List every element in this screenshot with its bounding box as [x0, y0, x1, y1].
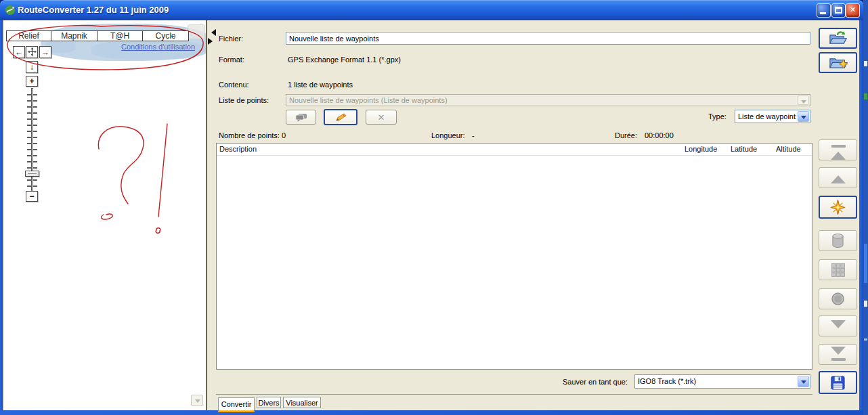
move-up-button[interactable] — [819, 167, 857, 188]
zoom-slider-handle[interactable] — [25, 171, 39, 177]
format-label: Format: — [219, 56, 244, 64]
length-label: Longueur: — [431, 131, 465, 139]
column-header-longitude[interactable]: Longitude — [685, 145, 717, 153]
sliver-fragment — [864, 244, 867, 283]
map-ghost-control — [188, 24, 205, 39]
length-value: - — [472, 131, 475, 139]
pan-compass-icon — [28, 47, 37, 56]
floppy-disk-icon — [831, 376, 845, 390]
table-header-divider — [217, 155, 812, 156]
open-file-button[interactable] — [819, 28, 857, 49]
point-count-value: 0 — [282, 131, 286, 139]
new-file-button[interactable] — [819, 52, 857, 73]
file-name-input[interactable] — [286, 32, 810, 45]
format-value: GPS Exchange Format 1.1 (*.gpx) — [288, 56, 401, 64]
pan-center-button[interactable] — [26, 46, 38, 58]
chevron-down-icon — [798, 376, 809, 387]
split-list-button[interactable] — [819, 259, 857, 280]
tabbar-separator — [216, 394, 812, 395]
map-layer-tab-mapnik[interactable]: Mapnik — [51, 30, 97, 41]
tab-visualiser[interactable]: Visualiser — [283, 397, 321, 408]
waypoint-table[interactable]: Description Longitude Latitude Altitude — [216, 143, 812, 370]
map-layer-tab-relief[interactable]: Relief — [6, 30, 51, 41]
duration-value: 00:00:00 — [645, 131, 674, 139]
zoom-slider-rail[interactable] — [31, 88, 33, 200]
pencil-icon — [335, 113, 347, 122]
move-to-top-button[interactable] — [819, 139, 857, 160]
type-combobox[interactable]: Liste de waypoints — [735, 110, 810, 123]
minimize-icon — [820, 12, 826, 14]
column-header-latitude[interactable]: Latitude — [731, 145, 757, 153]
delete-x-icon: ✕ — [366, 112, 396, 123]
maximize-icon — [835, 7, 842, 14]
sliver-fragment — [864, 93, 867, 100]
minimize-button[interactable] — [817, 3, 831, 18]
map-layer-tab-tah[interactable]: T@H — [97, 30, 143, 41]
file-label: Fichier: — [219, 35, 243, 43]
point-count-label: Nombre de points: — [219, 131, 280, 139]
save-as-label: Sauver en tant que: — [563, 378, 628, 386]
sliver-fragment — [864, 338, 867, 341]
expand-right-icon[interactable] — [208, 38, 216, 45]
sliver-fragment — [864, 61, 867, 66]
add-position-button[interactable] — [819, 196, 857, 219]
type-label: Type: — [708, 112, 726, 121]
open-folder-icon — [829, 31, 848, 45]
map-scrollbar-down-button[interactable] — [191, 395, 203, 406]
zoom-out-button[interactable]: − — [26, 191, 38, 202]
position-list-value: Nouvelle liste de waypoints (Liste de wa… — [289, 96, 796, 104]
triangle-up-icon — [831, 168, 846, 183]
column-header-description[interactable]: Description — [219, 145, 257, 153]
zoom-in-button[interactable]: + — [26, 76, 38, 87]
window-border-bottom — [0, 410, 863, 415]
content-value: 1 liste de waypoints — [288, 81, 353, 89]
close-icon: ✕ — [846, 5, 859, 14]
maximize-button[interactable] — [831, 3, 846, 18]
pan-right-button[interactable]: → — [39, 46, 51, 58]
position-list-label: Liste de points: — [219, 96, 269, 104]
grid-icon — [831, 263, 845, 277]
tab-convertir[interactable]: Convertir — [218, 397, 255, 410]
routeconverter-window: RouteConverter 1.27 du 11 juin 2009 ✕ Re… — [0, 0, 868, 415]
map-panel: Relief Mapnik T@H Cycle Conditions d'uti… — [3, 20, 207, 410]
save-as-combobox[interactable]: IGO8 Track (*.trk) — [634, 374, 810, 389]
comment-list-button[interactable] — [286, 110, 316, 125]
geocode-button[interactable] — [819, 288, 857, 309]
sliver-fragment — [864, 301, 867, 307]
pan-down-button[interactable]: ↓ — [26, 61, 38, 73]
comment-icon — [295, 113, 307, 122]
app-icon — [5, 5, 16, 16]
map-attribution-link[interactable]: Conditions d'utilisation — [121, 43, 195, 51]
close-button[interactable]: ✕ — [846, 3, 860, 18]
remove-list-button[interactable]: ✕ — [366, 110, 397, 125]
rename-list-button[interactable] — [324, 109, 357, 125]
add-position-star-icon — [830, 200, 846, 215]
new-folder-icon — [829, 56, 848, 70]
window-title: RouteConverter 1.27 du 11 juin 2009 — [18, 5, 169, 15]
map-layer-tab-cycle[interactable]: Cycle — [142, 30, 189, 41]
column-header-altitude[interactable]: Altitude — [776, 145, 801, 153]
background-window-sliver — [863, 0, 868, 415]
split-divider[interactable] — [207, 20, 216, 410]
collapse-left-icon[interactable] — [208, 29, 216, 36]
type-value: Liste de waypoints — [738, 112, 796, 121]
chevron-down-icon — [798, 95, 809, 105]
delete-position-button[interactable] — [819, 230, 857, 251]
content-label: Contenu: — [219, 81, 249, 89]
chevron-down-icon — [798, 111, 809, 122]
save-as-value: IGO8 Track (*.trk) — [638, 377, 796, 385]
top-bar-icon — [831, 145, 846, 148]
cylinder-icon — [831, 234, 844, 248]
triangle-down-icon — [831, 320, 846, 336]
globe-circle-icon — [831, 292, 844, 305]
move-down-button[interactable] — [819, 315, 857, 336]
pan-left-button[interactable]: ← — [13, 46, 25, 58]
duration-label: Durée: — [615, 131, 637, 139]
save-button[interactable] — [819, 371, 857, 394]
tab-divers[interactable]: Divers — [257, 397, 281, 408]
title-bar: RouteConverter 1.27 du 11 juin 2009 ✕ — [0, 0, 863, 20]
bottom-bar-icon — [831, 358, 846, 361]
position-list-combobox[interactable]: Nouvelle liste de waypoints (Liste de wa… — [286, 94, 810, 106]
move-to-bottom-button[interactable] — [819, 344, 857, 365]
